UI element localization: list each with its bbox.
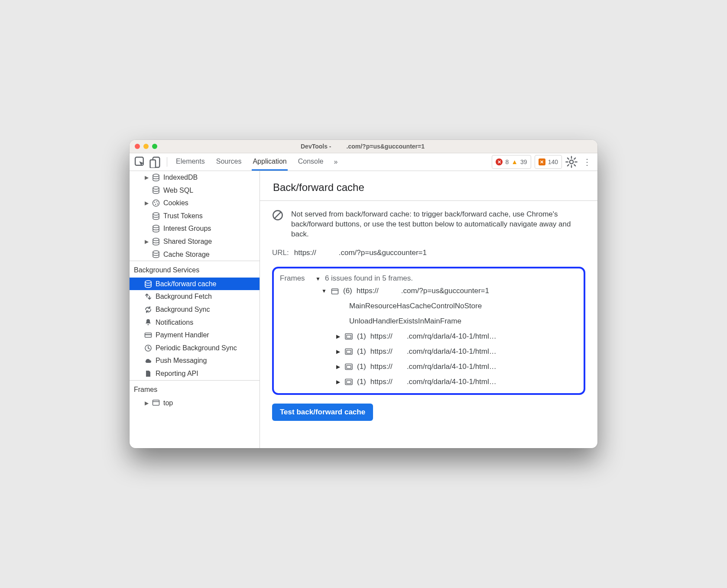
- sync-icon: [144, 306, 152, 313]
- sidebar-item-trust-tokens[interactable]: Trust Tokens: [130, 210, 260, 223]
- sidebar-item-label: Notifications: [156, 318, 193, 327]
- file-icon: [144, 370, 152, 378]
- sidebar-item-push-messaging[interactable]: Push Messaging: [130, 354, 260, 367]
- disclosure-triangle-icon: ▶: [144, 174, 149, 181]
- frame-url: https:// .com/?p=us&guccounter=1: [357, 286, 489, 296]
- bell-icon: [144, 318, 152, 326]
- db-icon: [152, 186, 160, 194]
- sidebar-item-label: Shared Storage: [163, 237, 212, 246]
- page-title: Back/forward cache: [273, 181, 584, 194]
- error-icon: ✕: [496, 158, 503, 165]
- child-frame-row[interactable]: ▶(1)https:// .com/rq/darla/4-10-1/html…: [280, 329, 578, 344]
- iframe-icon: [345, 378, 353, 385]
- iframe-icon: [345, 333, 353, 340]
- sidebar-item-label: Cache Storage: [163, 250, 210, 259]
- url-label: URL:: [272, 248, 289, 258]
- close-window-button[interactable]: [135, 144, 140, 149]
- clock-icon: [144, 344, 152, 352]
- tab-elements[interactable]: Elements: [175, 153, 206, 171]
- minimize-window-button[interactable]: [143, 144, 149, 149]
- sidebar-item-cookies[interactable]: ▶Cookies: [130, 197, 260, 210]
- sidebar-item-web-sql[interactable]: Web SQL: [130, 184, 260, 197]
- cookie-icon: [152, 199, 160, 207]
- url-row: URL: https:// .com/?p=us&guccounter=1: [272, 248, 585, 258]
- sidebar-item-label: Background Sync: [156, 305, 210, 314]
- child-frame-row[interactable]: ▶(1)https:// .com/rq/darla/4-10-1/html…: [280, 375, 578, 390]
- disclosure-triangle-icon: ▶: [144, 238, 149, 245]
- console-status-button[interactable]: ✕ 8 ▲ 39: [492, 155, 531, 169]
- sidebar-item-interest-groups[interactable]: Interest Groups: [130, 222, 260, 235]
- settings-button[interactable]: [565, 156, 578, 168]
- section-background-services: Background Services: [130, 261, 260, 278]
- url-value: https:// .com/?p=us&guccounter=1: [294, 248, 427, 258]
- frame-url: https:// .com/rq/darla/4-10-1/html…: [370, 332, 497, 342]
- sidebar-item-cache-storage[interactable]: Cache Storage: [130, 248, 260, 261]
- sidebar-item-reporting-api[interactable]: Reporting API: [130, 367, 260, 380]
- bfcache-status-text: Not served from back/forward cache: to t…: [291, 210, 585, 239]
- sidebar-item-label: Web SQL: [163, 186, 193, 195]
- db-icon: [152, 174, 160, 181]
- db-icon: [152, 238, 160, 246]
- disclosure-triangle-icon: ▶: [335, 378, 341, 385]
- issues-button[interactable]: ✕ 140: [535, 155, 562, 169]
- titlebar: DevTools - .com/?p=us&guccounter=1: [130, 140, 597, 153]
- more-tabs-button[interactable]: »: [334, 157, 338, 167]
- devtools-window: DevTools - .com/?p=us&guccounter=1 Eleme…: [130, 140, 597, 448]
- frames-summary-row[interactable]: Frames ▼ 6 issues found in 5 frames.: [280, 274, 578, 284]
- bfcache-status-row: Not served from back/forward cache: to t…: [272, 210, 585, 239]
- child-frame-row[interactable]: ▶(1)https:// .com/rq/darla/4-10-1/html…: [280, 344, 578, 359]
- window-controls: [135, 144, 157, 149]
- frame-root-row[interactable]: ▼ (6) https:// .com/?p=us&guccounter=1: [280, 284, 578, 299]
- sidebar-item-shared-storage[interactable]: ▶Shared Storage: [130, 235, 260, 248]
- bfcache-reason: UnloadHandlerExistsInMainFrame: [280, 314, 578, 329]
- sidebar-item-payment-handler[interactable]: Payment Handler: [130, 329, 260, 342]
- sidebar-item-background-sync[interactable]: Background Sync: [130, 303, 260, 316]
- db-icon: [144, 280, 152, 288]
- tab-console[interactable]: Console: [297, 153, 325, 171]
- sidebar-item-label: Background Fetch: [156, 292, 212, 301]
- db-icon: [152, 212, 160, 220]
- sidebar-item-background-fetch[interactable]: Background Fetch: [130, 290, 260, 303]
- sidebar-item-indexeddb[interactable]: ▶IndexedDB: [130, 171, 260, 184]
- sidebar-item-label: Payment Handler: [156, 330, 209, 340]
- divider: [167, 157, 167, 167]
- frame-url: https:// .com/rq/darla/4-10-1/html…: [370, 362, 497, 372]
- db-icon: [152, 250, 160, 258]
- frame-issue-count: (1): [357, 347, 366, 357]
- sidebar-item-label: Interest Groups: [163, 224, 211, 233]
- db-icon: [152, 225, 160, 233]
- application-sidebar: ▶IndexedDBWeb SQL▶CookiesTrust TokensInt…: [130, 171, 260, 448]
- tab-sources[interactable]: Sources: [215, 153, 243, 171]
- main-header: Back/forward cache: [260, 171, 597, 201]
- issues-count: 140: [548, 158, 558, 166]
- child-frame-row[interactable]: ▶(1)https:// .com/rq/darla/4-10-1/html…: [280, 359, 578, 375]
- sidebar-item-label: Cookies: [163, 198, 188, 208]
- card-icon: [144, 331, 152, 339]
- frame-issue-count: (6): [343, 286, 352, 296]
- iframe-icon: [345, 348, 353, 355]
- disclosure-triangle-icon: ▶: [335, 348, 341, 355]
- frames-top-label: top: [163, 398, 173, 408]
- disclosure-triangle-icon: ▼: [321, 288, 327, 294]
- frame-icon: [152, 399, 160, 407]
- devtools-toolbar: Elements Sources Application Console » ✕…: [130, 153, 597, 171]
- frame-url: https:// .com/rq/darla/4-10-1/html…: [370, 377, 497, 387]
- sidebar-item-label: Periodic Background Sync: [156, 343, 237, 353]
- sidebar-item-back-forward-cache[interactable]: Back/forward cache: [130, 278, 260, 291]
- tab-application[interactable]: Application: [252, 153, 287, 171]
- disclosure-triangle-icon: ▶: [335, 363, 341, 370]
- inspect-element-button[interactable]: [134, 156, 146, 168]
- frames-issues-box: Frames ▼ 6 issues found in 5 frames. ▼ (…: [272, 267, 585, 395]
- warning-count: 39: [520, 158, 527, 166]
- sidebar-item-label: Back/forward cache: [156, 279, 217, 289]
- sidebar-item-label: IndexedDB: [163, 173, 198, 182]
- sidebar-item-periodic-background-sync[interactable]: Periodic Background Sync: [130, 342, 260, 355]
- test-bfcache-button[interactable]: Test back/forward cache: [272, 404, 373, 421]
- sidebar-item-notifications[interactable]: Notifications: [130, 316, 260, 329]
- frames-top[interactable]: ▶ top: [130, 397, 260, 410]
- device-toolbar-button[interactable]: [149, 156, 162, 168]
- main-pane: Back/forward cache Not served from back/…: [260, 171, 597, 448]
- zoom-window-button[interactable]: [152, 144, 157, 149]
- more-menu-button[interactable]: ⋮: [581, 156, 593, 168]
- disclosure-triangle-icon: ▼: [315, 275, 321, 282]
